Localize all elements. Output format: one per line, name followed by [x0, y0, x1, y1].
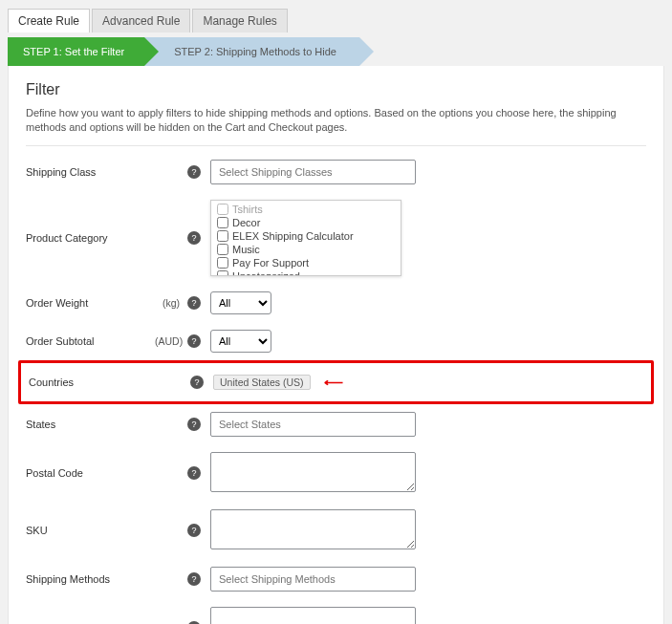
- annotation-arrow-icon: ⟵: [324, 375, 343, 390]
- filter-panel: Filter Define how you want to apply filt…: [8, 66, 664, 624]
- category-checkbox[interactable]: [217, 244, 228, 255]
- label-states: States: [26, 419, 155, 430]
- step-2[interactable]: STEP 2: Shipping Methods to Hide: [159, 37, 359, 66]
- step-1[interactable]: STEP 1: Set the Filter: [8, 37, 147, 66]
- label-countries: Countries: [29, 377, 158, 388]
- label-postal-code: Postal Code: [26, 467, 155, 479]
- row-shipping-methods: Shipping Methods ?: [26, 559, 646, 599]
- product-category-list[interactable]: Tshirts Decor ELEX Shipping Calculator M…: [210, 200, 401, 276]
- category-checkbox[interactable]: [217, 217, 228, 228]
- row-shipping-class: Shipping Class ?: [26, 152, 646, 192]
- row-states: States ?: [26, 404, 646, 444]
- category-checkbox[interactable]: [217, 204, 228, 215]
- page-title: Filter: [26, 81, 646, 98]
- tab-manage-rules[interactable]: Manage Rules: [192, 9, 287, 32]
- category-checkbox[interactable]: [217, 270, 228, 276]
- tabs: Create Rule Advanced Rule Manage Rules: [8, 9, 664, 32]
- row-countries: Countries ? United States (US) ⟵: [18, 360, 654, 404]
- unit-order-weight: (kg): [155, 297, 184, 309]
- shipping-options-input[interactable]: [210, 607, 416, 624]
- row-shipping-options: Shipping Options ?: [26, 599, 646, 624]
- label-product-category: Product Category: [26, 232, 155, 244]
- label-sku: SKU: [26, 525, 155, 536]
- label-order-subtotal: Order Subtotal: [26, 335, 155, 347]
- page-description: Define how you want to apply filters to …: [26, 106, 646, 146]
- help-icon[interactable]: ?: [187, 296, 201, 310]
- label-shipping-class: Shipping Class: [26, 166, 155, 178]
- countries-input[interactable]: United States (US) ⟵: [213, 371, 419, 394]
- category-checkbox[interactable]: [217, 230, 228, 242]
- help-icon[interactable]: ?: [187, 466, 201, 480]
- row-sku: SKU ?: [26, 502, 646, 559]
- help-icon[interactable]: ?: [187, 418, 201, 431]
- help-icon[interactable]: ?: [187, 165, 201, 179]
- row-order-weight: Order Weight (kg) ? All: [26, 284, 646, 322]
- label-shipping-methods: Shipping Methods: [26, 573, 155, 585]
- sku-input[interactable]: [210, 509, 416, 549]
- help-icon[interactable]: ?: [187, 231, 201, 245]
- row-product-category: Product Category ? Tshirts Decor ELEX Sh…: [26, 192, 646, 284]
- country-chip[interactable]: United States (US): [213, 375, 311, 390]
- stepper: STEP 1: Set the Filter STEP 2: Shipping …: [8, 37, 664, 66]
- help-icon[interactable]: ?: [187, 334, 201, 348]
- help-icon[interactable]: ?: [187, 572, 201, 586]
- help-icon[interactable]: ?: [187, 524, 201, 537]
- order-weight-select[interactable]: All: [210, 291, 271, 314]
- shipping-class-input[interactable]: [210, 160, 416, 184]
- help-icon[interactable]: ?: [190, 376, 204, 389]
- shipping-methods-input[interactable]: [210, 567, 416, 592]
- row-postal-code: Postal Code ?: [26, 444, 646, 502]
- states-input[interactable]: [210, 412, 416, 437]
- unit-order-subtotal: (AUD): [155, 335, 184, 347]
- tab-create-rule[interactable]: Create Rule: [8, 9, 90, 32]
- order-subtotal-select[interactable]: All: [210, 330, 271, 353]
- postal-code-input[interactable]: [210, 452, 416, 492]
- tab-advanced-rule[interactable]: Advanced Rule: [92, 9, 190, 32]
- row-order-subtotal: Order Subtotal (AUD) ? All: [26, 322, 646, 360]
- label-order-weight: Order Weight: [26, 297, 155, 309]
- category-checkbox[interactable]: [217, 257, 228, 269]
